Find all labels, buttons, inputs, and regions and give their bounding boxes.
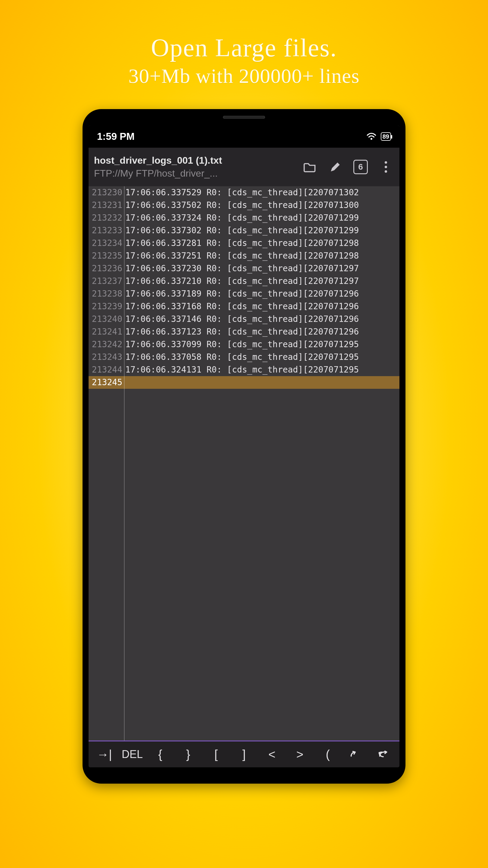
- editor-line[interactable]: 21324217:06:06.337099 R0: [cds_mc_thread…: [89, 338, 399, 351]
- key-lbracket[interactable]: [: [202, 743, 230, 766]
- line-number: 213231: [89, 199, 124, 212]
- line-content[interactable]: 17:06:06.337502 R0: [cds_mc_thread][2207…: [124, 199, 359, 212]
- editor-line[interactable]: 21324317:06:06.337058 R0: [cds_mc_thread…: [89, 351, 399, 364]
- line-number: 213242: [89, 338, 124, 351]
- line-content[interactable]: 17:06:06.337146 R0: [cds_mc_thread][2207…: [124, 313, 359, 326]
- key-redo[interactable]: [369, 743, 398, 766]
- phone-speaker: [223, 116, 265, 119]
- editor-cursor-line[interactable]: 213245: [89, 376, 399, 389]
- editor-line[interactable]: 21323417:06:06.337281 R0: [cds_mc_thread…: [89, 237, 399, 250]
- line-number: 213237: [89, 275, 124, 287]
- line-number: 213238: [89, 287, 124, 300]
- wifi-icon: [366, 133, 377, 141]
- line-content[interactable]: 17:06:06.337230 R0: [cds_mc_thread][2207…: [124, 262, 359, 275]
- line-content[interactable]: 17:06:06.337324 R0: [cds_mc_thread][2207…: [124, 212, 359, 224]
- svg-point-4: [370, 138, 372, 140]
- line-number: 213240: [89, 313, 124, 326]
- line-content[interactable]: 17:06:06.337302 R0: [cds_mc_thread][2207…: [124, 224, 359, 237]
- line-number: 213233: [89, 224, 124, 237]
- key-lparen[interactable]: (: [314, 743, 342, 766]
- editor-line[interactable]: 21323717:06:06.337210 R0: [cds_mc_thread…: [89, 275, 399, 287]
- editor-area[interactable]: 21323017:06:06.337529 R0: [cds_mc_thread…: [89, 186, 399, 741]
- editor-line[interactable]: 21323317:06:06.337302 R0: [cds_mc_thread…: [89, 224, 399, 237]
- key-rbracket[interactable]: ]: [230, 743, 258, 766]
- editor-line[interactable]: 21323617:06:06.337230 R0: [cds_mc_thread…: [89, 262, 399, 275]
- key-rbrace[interactable]: }: [174, 743, 202, 766]
- key-del[interactable]: DEL: [119, 743, 147, 766]
- line-content[interactable]: 17:06:06.337281 R0: [cds_mc_thread][2207…: [124, 237, 359, 250]
- line-content[interactable]: 17:06:06.337123 R0: [cds_mc_thread][2207…: [124, 326, 359, 338]
- promo-line1: Open Large files.: [128, 33, 359, 62]
- line-number: 213241: [89, 326, 124, 338]
- promo-line2: 30+Mb with 200000+ lines: [128, 64, 359, 88]
- editor-line[interactable]: 21324117:06:06.337123 R0: [cds_mc_thread…: [89, 326, 399, 338]
- line-content[interactable]: 17:06:06.324131 R0: [cds_mc_thread][2207…: [124, 364, 359, 376]
- editor-line[interactable]: 21323117:06:06.337502 R0: [cds_mc_thread…: [89, 199, 399, 212]
- key-gt[interactable]: >: [286, 743, 314, 766]
- folder-icon[interactable]: [300, 157, 320, 177]
- tab-count-badge: 6: [353, 160, 368, 174]
- key-lbrace[interactable]: {: [146, 743, 174, 766]
- editor-line[interactable]: 21323917:06:06.337168 R0: [cds_mc_thread…: [89, 300, 399, 313]
- more-menu-icon[interactable]: [376, 157, 396, 177]
- appbar: host_driver_logs_001 (1).txt FTP://My FT…: [89, 148, 399, 186]
- editor-line[interactable]: 21324417:06:06.324131 R0: [cds_mc_thread…: [89, 364, 399, 376]
- line-content[interactable]: 17:06:06.337058 R0: [cds_mc_thread][2207…: [124, 351, 359, 364]
- key-undo[interactable]: [342, 743, 370, 766]
- line-number: 213234: [89, 237, 124, 250]
- editor-line[interactable]: 21323017:06:06.337529 R0: [cds_mc_thread…: [89, 186, 399, 199]
- line-number: 213235: [89, 250, 124, 262]
- promo-headline: Open Large files. 30+Mb with 200000+ lin…: [128, 33, 359, 88]
- line-number: 213244: [89, 364, 124, 376]
- line-number: 213239: [89, 300, 124, 313]
- statusbar: 1:59 PM 89: [89, 125, 399, 148]
- editor-line[interactable]: 21324017:06:06.337146 R0: [cds_mc_thread…: [89, 313, 399, 326]
- line-number: 213243: [89, 351, 124, 364]
- line-content[interactable]: 17:06:06.337529 R0: [cds_mc_thread][2207…: [124, 186, 359, 199]
- tab-count-button[interactable]: 6: [351, 157, 370, 177]
- line-number: 213236: [89, 262, 124, 275]
- line-number: 213232: [89, 212, 124, 224]
- key-tab[interactable]: →|: [90, 743, 119, 766]
- editor-line[interactable]: 21323217:06:06.337324 R0: [cds_mc_thread…: [89, 212, 399, 224]
- line-content[interactable]: 17:06:06.337099 R0: [cds_mc_thread][2207…: [124, 338, 359, 351]
- line-content[interactable]: 17:06:06.337210 R0: [cds_mc_thread][2207…: [124, 275, 359, 287]
- file-path: FTP://My FTP/host_driver_...: [94, 168, 299, 179]
- phone-frame: 1:59 PM 89 host_driver_logs_001 (1).txt …: [83, 109, 405, 784]
- line-number: 213245: [89, 376, 124, 389]
- editor-line[interactable]: 21323817:06:06.337189 R0: [cds_mc_thread…: [89, 287, 399, 300]
- statusbar-time: 1:59 PM: [97, 131, 135, 142]
- battery-icon: 89: [381, 132, 391, 141]
- accessory-keyrow: →| DEL { } [ ] < > (: [89, 741, 399, 767]
- edit-icon[interactable]: [325, 157, 345, 177]
- file-title: host_driver_logs_001 (1).txt: [94, 155, 299, 166]
- line-content[interactable]: 17:06:06.337189 R0: [cds_mc_thread][2207…: [124, 287, 359, 300]
- editor-line[interactable]: 21323517:06:06.337251 R0: [cds_mc_thread…: [89, 250, 399, 262]
- line-content[interactable]: 17:06:06.337168 R0: [cds_mc_thread][2207…: [124, 300, 359, 313]
- line-content[interactable]: 17:06:06.337251 R0: [cds_mc_thread][2207…: [124, 250, 359, 262]
- key-lt[interactable]: <: [258, 743, 286, 766]
- line-number: 213230: [89, 186, 124, 199]
